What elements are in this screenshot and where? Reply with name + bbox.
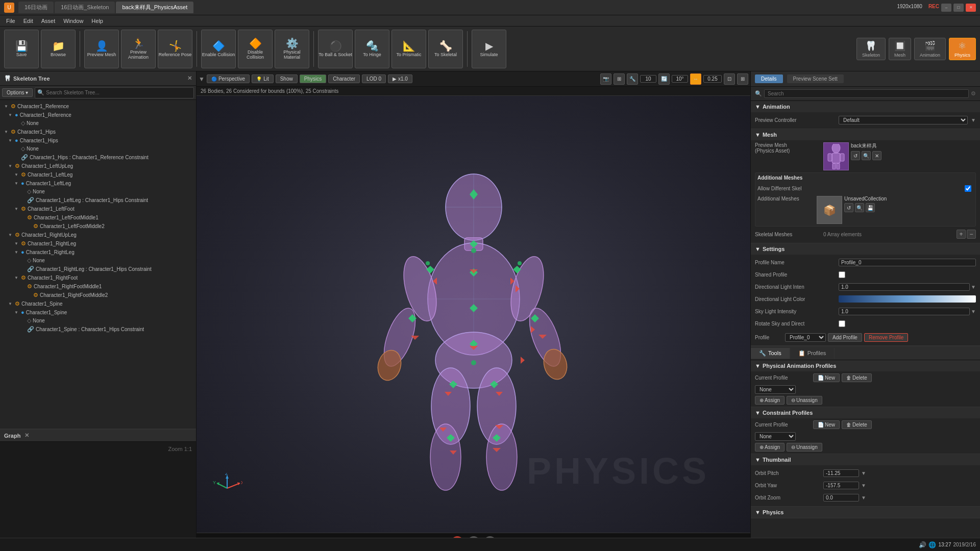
grid-size-input[interactable] [640, 75, 656, 83]
tree-item-hips-constraint[interactable]: 🔗 Character1_Hips : Character1_Reference… [0, 153, 196, 162]
mesh-clear-button[interactable]: ✕ [872, 151, 881, 160]
details-search-input[interactable] [764, 89, 969, 98]
grid-button[interactable]: ⊞ [614, 73, 625, 85]
add-mesh-reset-button[interactable]: ↺ [844, 203, 853, 212]
controller-dropdown-icon[interactable]: ▼ [971, 117, 976, 123]
perspective-button[interactable]: 🔵 Perspective [207, 74, 250, 83]
enable-collision-button[interactable]: 🔷 Enable Collision [201, 30, 236, 68]
orbit-pitch-arrow[interactable]: ▼ [861, 470, 866, 476]
skeletal-mesh-add-button[interactable]: + [957, 230, 966, 239]
character-button[interactable]: Character [328, 74, 360, 83]
animation-section-header[interactable]: ▼ Animation [751, 101, 980, 112]
maximize-button[interactable]: □ [953, 4, 964, 12]
tree-item-leftfootmiddle2[interactable]: ⚙ Character1_LeftFootMiddle2 [0, 222, 196, 231]
snap-button[interactable]: 🔧 [627, 73, 638, 85]
angle-snap-button[interactable]: 🔄 [658, 73, 670, 85]
remove-profile-button[interactable]: Remove Profile [864, 333, 908, 342]
physics-section-header[interactable]: ▼ Physics [751, 507, 980, 518]
sky-light-intens-input[interactable] [839, 308, 970, 315]
menu-window[interactable]: Window [59, 17, 87, 25]
sky-light-intens-arrow[interactable]: ▼ [971, 309, 976, 314]
show-button[interactable]: Show [276, 74, 298, 83]
browse-button[interactable]: 📁 Browse [41, 30, 76, 68]
physical-assign-button[interactable]: ⊕ Assign [755, 396, 785, 405]
orbit-zoom-input[interactable] [823, 494, 859, 502]
minimize-button[interactable]: – [941, 4, 951, 12]
reference-pose-button[interactable]: 🤸 Reference Pose [158, 30, 192, 68]
tree-item-leftleg[interactable]: ▼ ⚙ Character1_LeftLeg [0, 170, 196, 179]
lod-button[interactable]: LOD 0 [362, 74, 386, 83]
to-ball-socket-button[interactable]: ⚫ To Ball & Socket [318, 30, 353, 68]
add-mesh-save-button[interactable]: 💾 [866, 203, 875, 212]
physical-delete-button[interactable]: 🗑 Delete [842, 373, 872, 382]
profile-name-input[interactable] [839, 259, 976, 266]
dir-light-color-picker[interactable] [839, 295, 976, 303]
to-hinge-button[interactable]: 🔩 To Hinge [355, 30, 389, 68]
viewport-menu-arrow[interactable]: ▼ [199, 76, 205, 83]
options-button[interactable]: Options ▾ [2, 88, 33, 97]
add-profile-button[interactable]: Add Profile [828, 333, 862, 342]
constraint-profile-select[interactable]: None [755, 432, 796, 441]
animation-mode-button[interactable]: 🎬 Animation [914, 38, 946, 60]
to-skeletal-button[interactable]: 🦴 To Skeletal [428, 30, 463, 68]
simulate-button[interactable]: ▶ Simulate [472, 30, 506, 68]
disable-collision-button[interactable]: 🔶 Disable Collision [238, 30, 273, 68]
mesh-section-header[interactable]: ▼ Mesh [751, 129, 980, 140]
preview-scene-tab[interactable]: Preview Scene Sett [787, 74, 844, 83]
profiles-tab[interactable]: 📋 Profiles [790, 348, 835, 359]
restore-button[interactable]: ⊞ [737, 73, 748, 85]
skeletal-mesh-remove-button[interactable]: − [967, 230, 976, 239]
tree-item-leftfoot[interactable]: ▼ ⚙ Character1_LeftFoot [0, 205, 196, 213]
tree-item-char1ref[interactable]: ▼ ⚙ Character1_Reference [0, 102, 196, 111]
physical-profile-select[interactable]: None [755, 385, 796, 394]
translate-button[interactable]: ↔ [690, 73, 701, 85]
mesh-browse-button[interactable]: 🔍 [862, 151, 871, 160]
tree-item-char1ref-child[interactable]: ▼ ● Character1_Reference [0, 111, 196, 119]
multiplier-button[interactable]: ▶ x1.0 [388, 74, 412, 83]
thumbnail-section-header[interactable]: ▼ Thumbnail [751, 454, 980, 465]
shared-profile-checkbox[interactable] [839, 271, 845, 278]
orbit-pitch-input[interactable] [823, 469, 859, 477]
dir-light-intens-input[interactable] [839, 283, 970, 291]
orbit-yaw-input[interactable] [823, 482, 859, 489]
tree-item-none3[interactable]: ◇ None [0, 187, 196, 196]
allow-different-skel-checkbox[interactable] [965, 185, 971, 192]
details-tab[interactable]: Details [755, 74, 783, 83]
to-prismatic-button[interactable]: 📐 To Prismatic [391, 30, 426, 68]
constraint-new-button[interactable]: 📄 New [813, 420, 840, 429]
tree-item-rightupleg[interactable]: ▼ ⚙ Character1_RightUpLeg [0, 231, 196, 239]
rotate-sky-checkbox[interactable] [839, 320, 845, 327]
physics-view-button[interactable]: Physics [300, 74, 326, 83]
tools-tab[interactable]: 🔧 Tools [751, 348, 790, 359]
constraint-assign-button[interactable]: ⊕ Assign [755, 443, 785, 452]
physical-material-button[interactable]: ⚙️ Physical Material [275, 30, 309, 68]
save-button[interactable]: 💾 Save [4, 30, 39, 68]
preview-controller-select[interactable]: Default [839, 116, 968, 124]
skeleton-search-box[interactable]: 🔍 [35, 87, 194, 98]
tree-item-char1hips[interactable]: ▼ ⚙ Character1_Hips [0, 128, 196, 136]
tree-item-none5[interactable]: ◇ None [0, 316, 196, 325]
menu-help[interactable]: Help [87, 17, 107, 25]
tree-item-rightleg[interactable]: ▼ ⚙ Character1_RightLeg [0, 239, 196, 248]
physical-anim-header[interactable]: ▼ Physical Animation Profiles [751, 360, 980, 371]
tree-item-rightfoot[interactable]: ▼ ⚙ Character1_RightFoot [0, 273, 196, 282]
close-button[interactable]: ✕ [966, 4, 976, 12]
dir-light-intens-arrow[interactable]: ▼ [971, 284, 976, 290]
physical-new-button[interactable]: 📄 New [813, 373, 840, 382]
tree-item-rightleg-constraint[interactable]: 🔗 Character1_RightLeg : Character1_Hips … [0, 265, 196, 273]
tree-item-leftfootmiddle1[interactable]: ⚙ Character1_LeftFootMiddle1 [0, 213, 196, 222]
constraint-profiles-header[interactable]: ▼ Constraint Profiles [751, 407, 980, 418]
tab-16day[interactable]: 16日动画 [18, 2, 54, 13]
menu-edit[interactable]: Edit [19, 17, 37, 25]
maximize-view-button[interactable]: ⊡ [724, 73, 735, 85]
tree-item-leftleg-constraint[interactable]: 🔗 Character1_LeftLeg : Character1_Hips C… [0, 196, 196, 205]
tab-skeleton[interactable]: 16日动画_Skeleton [55, 2, 115, 13]
tree-item-char1hips-child[interactable]: ▼ ● Character1_Hips [0, 136, 196, 144]
tree-item-spine[interactable]: ▼ ⚙ Character1_Spine [0, 299, 196, 308]
physical-unassign-button[interactable]: ⊖ Unassign [787, 396, 822, 405]
camera-button[interactable]: 📷 [600, 73, 611, 85]
preview-animation-button[interactable]: 🏃 Preview Animation [121, 30, 156, 68]
tree-item-rightfootmiddle2[interactable]: ⚙ Character1_RightFootMiddle2 [0, 291, 196, 299]
orbit-zoom-arrow[interactable]: ▼ [861, 495, 866, 500]
viewport-canvas[interactable]: PHYSICS X Y Z [197, 96, 750, 533]
